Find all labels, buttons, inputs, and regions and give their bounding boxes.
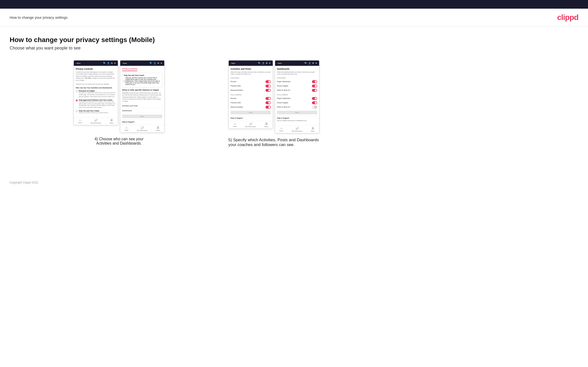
rounds-label-followers: Rounds	[231, 98, 236, 99]
nav-performance-3[interactable]: 📈 My Performance	[246, 122, 256, 127]
followers-label-3: FOLLOWERS	[231, 94, 271, 96]
manual-toggle-coaches[interactable]	[266, 89, 271, 92]
radio-coach-only[interactable]	[76, 110, 78, 112]
practice-toggle-followers[interactable]	[266, 101, 271, 104]
chevron-down-icon-2: ▼	[160, 62, 162, 64]
nav-menu-4[interactable]: ☰ Menu	[311, 127, 315, 132]
nav-home-2[interactable]: ⌂ Home	[125, 126, 129, 131]
what-to-work-toggle-coaches[interactable]	[312, 89, 317, 92]
page-title: How to change your privacy settings (Mob…	[10, 36, 578, 44]
screens-3-4: ‹ Back 🔍 👤 ⚙ ▼ Activities and Posts Sele…	[228, 60, 319, 133]
manual-label-coaches: Manual Activities	[231, 89, 243, 91]
nav-performance-label-4: My Performance	[292, 130, 303, 132]
nav-menu-label-4: Menu	[311, 130, 315, 132]
save-button-3[interactable]: Save	[231, 111, 271, 114]
nav-menu-1[interactable]: ☰ Menu	[110, 119, 113, 124]
coaches-label-3: COACHES	[231, 77, 271, 79]
profile-icon-3[interactable]: 👤	[262, 62, 265, 64]
screen-4: ‹ Back 🔍 👤 ⚙ ▼ Dashboards Select the das…	[275, 60, 319, 133]
logo: clippd	[557, 13, 578, 22]
home-icon-2: ⌂	[126, 126, 127, 129]
menu-icon-3: ☰	[265, 122, 268, 125]
search-icon-4[interactable]: 🔍	[304, 62, 307, 64]
back-button-4[interactable]: ‹ Back	[277, 62, 282, 64]
screen1-desc2: However you can control who can see your…	[76, 83, 116, 85]
screen-3: ‹ Back 🔍 👤 ⚙ ▼ Activities and Posts Sele…	[228, 60, 273, 129]
nav-performance-label-3: My Performance	[246, 126, 256, 127]
player-dash-toggle-followers[interactable]	[312, 97, 317, 100]
footer: Copyright Clippd 2022	[0, 176, 588, 189]
privacy-controls-tab[interactable]: Privacy Controls	[122, 68, 138, 71]
practice-label-coaches: Practice Drills	[231, 85, 241, 87]
header-icons: 🔍 👤 ⚙ ▼	[103, 62, 116, 64]
help-support-2: Help & Support	[122, 120, 162, 123]
save-button-4[interactable]: Save	[277, 111, 317, 114]
player-dash-toggle-coaches[interactable]	[312, 80, 317, 83]
header-icons-2: 🔍 👤 ⚙ ▼	[150, 62, 162, 64]
settings-icon[interactable]: ⚙	[111, 62, 113, 64]
back-button[interactable]: ‹ Back	[76, 62, 81, 64]
help-support-3: Help & Support	[231, 116, 271, 119]
manual-toggle-followers[interactable]	[266, 106, 271, 108]
page-subtitle: Choose what you want people to see	[10, 46, 578, 51]
radio-approved-followers[interactable]	[76, 100, 78, 101]
help-desc-4: Visit our Clippd community to troublesho…	[277, 120, 317, 122]
screen4-header: ‹ Back 🔍 👤 ⚙ ▼	[275, 60, 319, 66]
option-coach-only: Only You and Your Coach Only you and the…	[76, 110, 116, 114]
coaches-practice: Practice Drills	[231, 84, 271, 88]
round-insights-toggle-coaches[interactable]	[312, 84, 317, 87]
settings-icon-2[interactable]: ⚙	[157, 62, 159, 64]
back-button-2[interactable]: ‹ Back	[122, 62, 127, 64]
followers-round-insights: Round Insights	[277, 101, 317, 105]
search-icon-3[interactable]: 🔍	[258, 62, 261, 64]
rounds-toggle-followers[interactable]	[266, 97, 271, 100]
screen4-title: Dashboards	[277, 68, 317, 70]
screen-1: ‹ Back 🔍 👤 ⚙ ▼ Privacy Controls Control …	[74, 60, 118, 125]
radio-everyone[interactable]	[76, 90, 78, 92]
popup-title: Only You and Your Coach	[124, 75, 161, 76]
mockups-row: ‹ Back 🔍 👤 ⚙ ▼ Privacy Controls Control …	[10, 60, 578, 147]
settings-icon-4[interactable]: ⚙	[312, 62, 314, 64]
performance-icon-4: 📈	[295, 127, 299, 130]
menu-item-dashboards[interactable]: Dashboards ›	[122, 108, 162, 113]
nav-menu-2[interactable]: ☰ Menu	[156, 126, 160, 131]
menu-item-activities[interactable]: Activities and Posts ›	[122, 103, 162, 108]
screen1-body: Privacy Controls Control how and your da…	[74, 66, 118, 117]
screen4-desc: Select the dashboards that you'd like to…	[277, 71, 317, 75]
profile-icon[interactable]: 👤	[107, 62, 110, 64]
header-icons-3: 🔍 👤 ⚙ ▼	[258, 62, 271, 64]
dashboards-label: Dashboards	[122, 109, 132, 112]
group-2: ‹ Back 🔍 👤 ⚙ ▼ Activities and Posts Sele…	[228, 60, 578, 147]
search-icon-2[interactable]: 🔍	[150, 62, 152, 64]
nav-menu-label: Menu	[110, 122, 113, 124]
settings-icon-3[interactable]: ⚙	[266, 62, 268, 64]
nav-home-label-2: Home	[125, 129, 129, 131]
profile-icon-2[interactable]: 👤	[153, 62, 156, 64]
nav-performance-1[interactable]: 📈 My Performance	[91, 119, 101, 124]
popup-radio[interactable]	[124, 80, 125, 82]
profile-icon-4[interactable]: 👤	[308, 62, 311, 64]
back-button-3[interactable]: ‹ Back	[231, 62, 235, 64]
nav-menu-3[interactable]: ☰ Menu	[265, 122, 268, 127]
followers-rounds: Rounds	[231, 96, 271, 101]
nav-performance-2[interactable]: 📈 My Performance	[137, 126, 148, 131]
popup-box: Only You and Your Coach Only you and the…	[122, 73, 162, 87]
nav-performance-4[interactable]: 📈 My Performance	[292, 127, 303, 132]
save-button-2[interactable]: Save	[122, 115, 162, 118]
round-insights-toggle-followers[interactable]	[312, 101, 317, 104]
home-icon-3: ⌂	[234, 122, 236, 125]
nav-home-3[interactable]: ⌂ Home	[233, 122, 237, 127]
tab-bar: Privacy Controls	[122, 68, 162, 71]
screen1-desc: Control how and your data appears to eve…	[76, 71, 116, 81]
practice-toggle-coaches[interactable]	[266, 84, 271, 87]
search-icon[interactable]: 🔍	[103, 62, 106, 64]
what-to-work-toggle-followers[interactable]	[312, 106, 317, 108]
home-icon: ⌂	[79, 119, 81, 122]
screen4-nav: ⌂ Home 📈 My Performance ☰ Menu	[275, 125, 319, 133]
nav-home-4[interactable]: ⌂ Home	[279, 127, 283, 132]
rounds-toggle-coaches[interactable]	[266, 80, 271, 83]
nav-home-label-3: Home	[233, 126, 237, 127]
nav-home-1[interactable]: ⌂ Home	[78, 119, 82, 124]
round-insights-label-coaches: Round Insights	[277, 85, 288, 87]
followers-what-to-work: What To Work On	[277, 105, 317, 109]
